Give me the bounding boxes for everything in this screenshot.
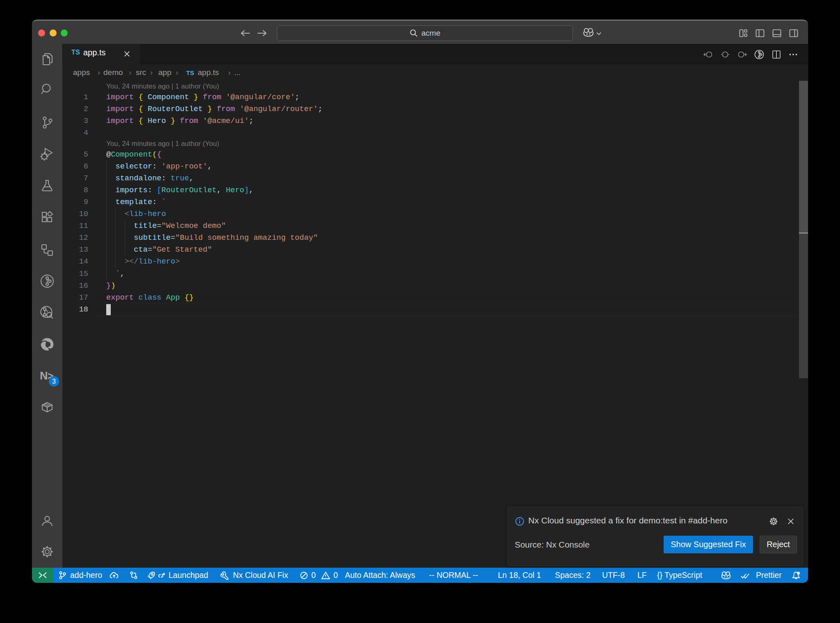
svg-text:N: N [40,370,48,382]
